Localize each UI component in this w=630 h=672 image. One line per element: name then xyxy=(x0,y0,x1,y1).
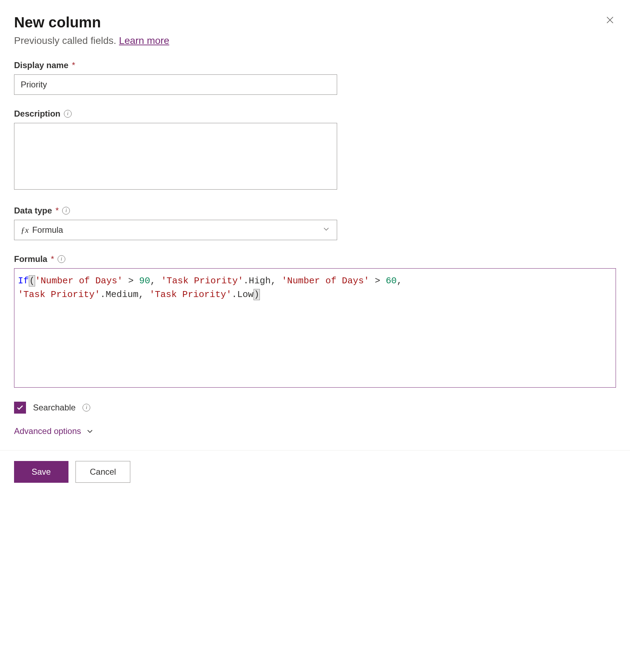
close-icon xyxy=(605,15,615,25)
panel-header: New column Previously called fields. Lea… xyxy=(14,14,616,46)
formula-field: Formula * i If('Number of Days' > 90, 'T… xyxy=(14,254,616,388)
formula-label-text: Formula xyxy=(14,254,47,264)
header-text: New column Previously called fields. Lea… xyxy=(14,14,604,46)
fx-icon: ƒx xyxy=(21,225,29,235)
data-type-field: Data type * i ƒx Formula xyxy=(14,206,616,240)
required-indicator: * xyxy=(51,254,54,264)
required-indicator: * xyxy=(55,206,59,216)
description-field: Description i xyxy=(14,109,616,192)
description-input[interactable] xyxy=(14,123,337,190)
data-type-label-text: Data type xyxy=(14,206,52,216)
chevron-down-icon xyxy=(86,427,94,435)
page-title: New column xyxy=(14,14,604,31)
close-button[interactable] xyxy=(604,14,616,28)
description-label: Description i xyxy=(14,109,616,119)
data-type-select-wrapper: ƒx Formula xyxy=(14,220,337,240)
description-label-text: Description xyxy=(14,109,60,119)
required-indicator: * xyxy=(72,60,75,70)
info-icon[interactable]: i xyxy=(83,404,90,411)
searchable-checkbox[interactable] xyxy=(14,402,26,414)
info-icon[interactable]: i xyxy=(62,207,70,215)
searchable-label: Searchable xyxy=(33,403,76,413)
cancel-button[interactable]: Cancel xyxy=(76,461,131,483)
advanced-options-toggle[interactable]: Advanced options xyxy=(14,426,616,436)
data-type-label: Data type * i xyxy=(14,206,616,216)
display-name-input[interactable] xyxy=(14,74,337,95)
save-button[interactable]: Save xyxy=(14,461,68,483)
info-icon[interactable]: i xyxy=(64,110,72,118)
formula-input[interactable]: If('Number of Days' > 90, 'Task Priority… xyxy=(14,268,616,388)
page-subtitle: Previously called fields. Learn more xyxy=(14,35,604,46)
advanced-options-label: Advanced options xyxy=(14,426,81,436)
separator xyxy=(0,450,630,450)
learn-more-link[interactable]: Learn more xyxy=(119,35,169,46)
info-icon[interactable]: i xyxy=(58,255,65,263)
subtitle-text: Previously called fields. xyxy=(14,35,119,46)
searchable-row: Searchable i xyxy=(14,402,616,414)
display-name-field: Display name * xyxy=(14,60,616,95)
check-icon xyxy=(16,404,24,411)
button-row: Save Cancel xyxy=(14,461,616,483)
display-name-label: Display name * xyxy=(14,60,616,70)
formula-label: Formula * i xyxy=(14,254,616,264)
display-name-label-text: Display name xyxy=(14,60,68,70)
data-type-select[interactable]: ƒx Formula xyxy=(14,220,337,240)
data-type-value: Formula xyxy=(32,225,63,235)
